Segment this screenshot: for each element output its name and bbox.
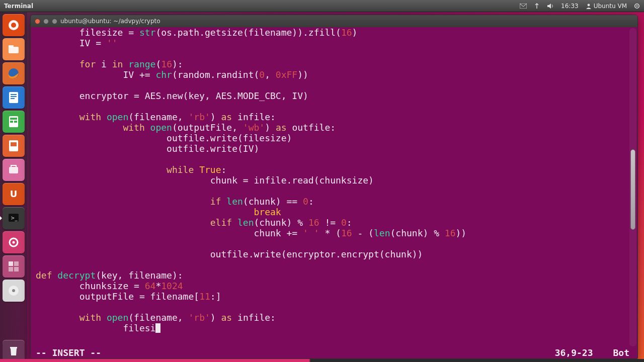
code-line [36,186,629,196]
code-line [36,48,629,59]
window-maximize-button[interactable] [52,19,57,24]
svg-rect-27 [9,267,13,272]
bottom-progress-strip [0,359,644,362]
text-cursor [155,323,160,333]
code-line: chunk = infile.read(chunksize) [36,175,629,186]
svg-rect-14 [10,118,17,120]
svg-rect-10 [11,94,17,95]
svg-point-5 [11,23,16,28]
code-line: outfile.write(IV) [36,143,629,154]
svg-rect-19 [9,167,18,173]
code-line: encryptor = AES.new(key, AES.MODE_CBC, I… [36,90,629,101]
terminal-scrollbar[interactable] [629,28,636,346]
code-line: if len(chunk) == 0: [36,196,629,207]
svg-rect-31 [10,347,17,348]
power-cog-icon[interactable] [634,3,640,9]
system-top-panel: Terminal 16:33 Ubuntu VM [0,0,644,12]
code-line: outfile.write(filesize) [36,133,629,143]
code-line: with open(filename, 'rb') as infile: [36,312,629,323]
launcher-terminal-icon[interactable]: >_ [3,207,25,229]
code-line: break [36,207,629,217]
svg-rect-7 [9,45,14,48]
svg-rect-28 [14,267,19,272]
code-line: outputFile = filename[11:] [36,291,629,302]
active-app-label: Terminal [4,3,33,10]
code-line [36,101,629,112]
code-line: while True: [36,164,629,175]
window-title: ubuntu@ubuntu: ~/advpy/crypto [60,18,160,25]
sound-indicator-icon[interactable] [547,3,554,9]
svg-rect-18 [11,142,17,146]
code-line: elif len(chunk) % 16 != 0: [36,217,629,228]
session-user-label: Ubuntu VM [594,3,627,10]
vim-status-line: -- INSERT -- 36,9-23 Bot [36,347,629,357]
code-line: outfile.write(encryptor.encrypt(chunk)) [36,249,629,259]
launcher-software-center-icon[interactable] [3,159,25,181]
svg-rect-12 [11,98,15,99]
launcher-impress-icon[interactable] [3,135,25,157]
code-line: filesi [36,323,629,333]
svg-rect-26 [14,261,19,266]
launcher-ubuntu-one-icon[interactable]: U [3,183,25,205]
vim-mode: -- INSERT -- [36,347,101,358]
svg-rect-16 [14,121,17,123]
svg-point-3 [636,5,638,7]
svg-point-30 [12,289,15,292]
svg-text:U: U [10,189,18,199]
vim-position: Bot [613,347,629,358]
svg-rect-9 [9,92,18,103]
svg-point-1 [587,4,590,6]
svg-rect-25 [9,261,13,266]
launcher-settings-icon[interactable] [3,231,25,253]
code-line: chunksize = 64*1024 [36,281,629,291]
launcher-writer-icon[interactable] [3,86,25,109]
vim-ruler: 36,9-23 [555,347,593,358]
editor-content[interactable]: filesize = str(os.path.getsize(filename)… [36,27,629,347]
launcher-workspaces-icon[interactable] [3,255,25,278]
network-indicator-icon[interactable] [534,3,540,9]
scrollbar-thumb[interactable] [630,149,635,230]
launcher-disc-icon[interactable] [3,280,25,302]
code-line: filesize = str(os.path.getsize(filename)… [36,27,629,38]
launcher-calc-icon[interactable] [3,111,25,133]
code-line: IV = '' [36,38,629,48]
desktop: U>_ ubuntu@ubuntu: ~/advpy/crypto filesi… [0,12,644,362]
window-minimize-button[interactable] [43,19,49,24]
svg-rect-11 [11,96,17,97]
launcher-dash-icon[interactable] [3,14,25,36]
code-line: chunk += ' ' * (16 - (len(chunk) % 16)) [36,228,629,238]
code-line [36,154,629,164]
svg-text:>_: >_ [11,215,18,221]
clock-label[interactable]: 16:33 [561,3,579,10]
window-titlebar[interactable]: ubuntu@ubuntu: ~/advpy/crypto [31,15,637,27]
code-line: IV += chr(random.randint(0, 0xFF)) [36,69,629,80]
svg-point-24 [13,241,15,244]
mail-indicator-icon[interactable] [520,4,527,9]
code-line: with open(outputFile, 'wb') as outfile: [36,122,629,133]
code-line: for i in range(16): [36,59,629,69]
window-close-button[interactable] [35,19,40,24]
code-line [36,80,629,90]
svg-rect-15 [10,121,13,123]
code-line [36,302,629,312]
code-line: with open(filename, 'rb') as infile: [36,112,629,122]
code-line: def decrypt(key, filename): [36,270,629,281]
terminal-body[interactable]: filesize = str(os.path.getsize(filename)… [31,27,637,358]
session-menu[interactable]: Ubuntu VM [586,3,627,10]
user-icon [586,3,592,9]
code-line [36,238,629,249]
launcher-files-icon[interactable] [3,38,25,60]
launcher-firefox-icon[interactable] [3,62,25,84]
code-line [36,259,629,270]
unity-launcher: U>_ [0,12,27,362]
terminal-window: ubuntu@ubuntu: ~/advpy/crypto filesize =… [30,15,638,359]
